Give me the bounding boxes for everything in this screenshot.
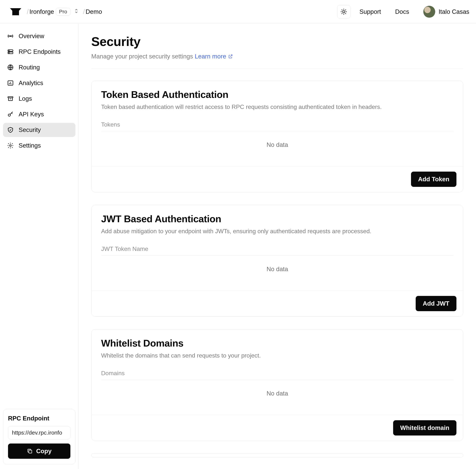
svg-line-3 [342, 10, 342, 10]
whitelist-domains-card: Whitelist Domains Whitelist the domains … [91, 329, 463, 441]
divider [91, 68, 463, 69]
server-icon [7, 48, 14, 55]
sidebar-item-label: Settings [19, 142, 41, 149]
broadcast-icon [7, 32, 14, 40]
jwt-column-header: JWT Token Name [101, 245, 454, 252]
rpc-endpoint-card: RPC Endpoint Copy [3, 409, 75, 465]
support-link[interactable]: Support [359, 8, 381, 15]
gear-icon [7, 142, 14, 149]
sidebar-item-label: API Keys [19, 111, 44, 118]
page-subtitle: Manage your project security settings Le… [91, 53, 463, 60]
card-description: Add abuse mitigation to your endpoint wi… [101, 228, 454, 235]
breadcrumb-org[interactable]: Ironforge [29, 8, 54, 15]
svg-line-7 [342, 13, 342, 14]
svg-point-9 [10, 36, 11, 37]
sidebar-item-routing[interactable]: Routing [3, 60, 75, 74]
topbar: / Ironforge Pro / Demo Support Docs Ital… [0, 0, 476, 23]
plan-badge: Pro [56, 8, 70, 16]
sidebar-item-label: Overview [19, 32, 44, 40]
sidebar-item-settings[interactable]: Settings [3, 138, 75, 153]
svg-line-8 [345, 10, 346, 10]
svg-rect-23 [29, 450, 32, 453]
user-menu[interactable]: Italo Casas [423, 6, 469, 18]
docs-link[interactable]: Docs [395, 8, 409, 15]
svg-point-21 [8, 114, 10, 116]
user-name: Italo Casas [439, 8, 469, 15]
rpc-endpoint-input[interactable] [8, 426, 70, 439]
brand-logo[interactable] [9, 7, 22, 16]
card-title: Whitelist Domains [101, 338, 454, 349]
tokens-column-header: Tokens [101, 121, 454, 128]
svg-point-22 [10, 145, 11, 146]
shield-icon [7, 126, 14, 134]
next-card-peek [91, 453, 463, 457]
card-description: Token based authentication will restrict… [101, 103, 454, 110]
copy-button[interactable]: Copy [8, 443, 70, 459]
svg-line-4 [345, 13, 346, 14]
external-link-icon [228, 53, 233, 60]
svg-point-0 [343, 11, 345, 13]
main-content: Security Manage your project security se… [79, 23, 476, 469]
svg-rect-19 [8, 97, 13, 98]
copy-label: Copy [36, 448, 51, 455]
sidebar-item-label: Routing [19, 64, 40, 71]
sidebar-item-label: Logs [19, 95, 32, 102]
key-icon [7, 111, 14, 118]
sidebar-item-label: Analytics [19, 80, 43, 87]
breadcrumb-project[interactable]: Demo [86, 8, 102, 15]
rpc-endpoint-title: RPC Endpoint [8, 415, 70, 422]
breadcrumb: / Ironforge Pro / Demo [26, 8, 102, 16]
jwt-auth-card: JWT Based Authentication Add abuse mitig… [91, 205, 463, 317]
bar-chart-icon [7, 79, 14, 87]
card-title: Token Based Authentication [101, 89, 454, 100]
whitelist-domain-button[interactable]: Whitelist domain [393, 420, 457, 436]
sidebar-item-api-keys[interactable]: API Keys [3, 107, 75, 121]
domains-column-header: Domains [101, 370, 454, 377]
archive-icon [7, 95, 14, 102]
sidebar-item-overview[interactable]: Overview [3, 29, 75, 43]
sidebar-item-analytics[interactable]: Analytics [3, 76, 75, 90]
theme-toggle[interactable] [337, 5, 351, 18]
card-title: JWT Based Authentication [101, 213, 454, 225]
empty-state: No data [101, 380, 454, 408]
sidebar: Overview RPC Endpoints Routing Analytics… [0, 23, 79, 469]
add-token-button[interactable]: Add Token [411, 172, 457, 187]
empty-state: No data [101, 256, 454, 284]
slash-icon: / [26, 8, 29, 16]
avatar [423, 6, 435, 18]
add-jwt-button[interactable]: Add JWT [416, 296, 457, 311]
globe-icon [7, 64, 14, 71]
empty-state: No data [101, 131, 454, 160]
sidebar-item-label: RPC Endpoints [19, 48, 61, 55]
page-title: Security [91, 34, 463, 49]
sidebar-item-logs[interactable]: Logs [3, 92, 75, 106]
slash-icon: / [82, 8, 86, 16]
org-switcher[interactable] [74, 8, 79, 16]
sidebar-item-rpc-endpoints[interactable]: RPC Endpoints [3, 45, 75, 59]
sidebar-item-label: Security [19, 126, 41, 133]
sidebar-item-security[interactable]: Security [3, 123, 75, 137]
svg-point-12 [9, 50, 9, 51]
svg-point-13 [9, 53, 9, 53]
learn-more-link[interactable]: Learn more [195, 53, 233, 60]
token-auth-card: Token Based Authentication Token based a… [91, 81, 463, 192]
card-description: Whitelist the domains that can send requ… [101, 352, 454, 359]
